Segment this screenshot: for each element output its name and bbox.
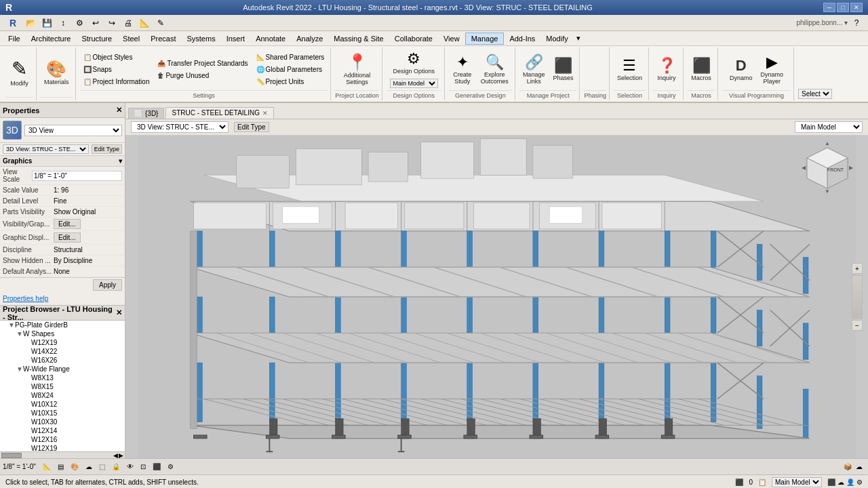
create-study-btn[interactable]: ✦ CreateStudy — [449, 52, 476, 87]
open-button[interactable]: 📂 — [23, 16, 38, 30]
tree-item[interactable]: W12X16 — [0, 435, 125, 444]
menu-massing[interactable]: Massing & Site — [328, 33, 389, 44]
zoom-slider[interactable] — [852, 275, 863, 319]
zoom-controls[interactable]: + − — [852, 263, 863, 331]
browser-nav-buttons[interactable]: ◀ ▶ — [113, 452, 123, 459]
tree-item[interactable]: W10X30 — [0, 418, 125, 426]
dynamo-btn[interactable]: D Dynamo — [726, 56, 756, 84]
menu-manage[interactable]: Manage — [465, 33, 505, 45]
tree-item[interactable]: W10X15 — [0, 409, 125, 418]
save-button[interactable]: 💾 — [39, 16, 54, 30]
annotate-button[interactable]: ✎ — [153, 16, 168, 30]
select-dropdown[interactable]: Select — [798, 89, 832, 99]
view-name-select[interactable]: 3D View: STRUC - STE... — [131, 121, 229, 133]
detail-level-btn[interactable]: ▤ — [55, 462, 66, 472]
tree-item[interactable]: W12X19 — [0, 338, 125, 347]
visibility-graphics-btn[interactable]: Edit... — [54, 219, 81, 229]
tab-3d[interactable]: ⬜ {3D} — [128, 108, 164, 119]
undo-button[interactable]: ↩ — [88, 16, 103, 30]
tree-item[interactable]: W8X15 — [0, 382, 125, 391]
object-styles-btn[interactable]: 📋 Object Styles — [80, 52, 153, 63]
tree-item[interactable]: ▼W Shapes — [0, 329, 125, 338]
zoom-in-btn[interactable]: + — [852, 263, 863, 274]
view-scale-btn[interactable]: 📐 — [40, 462, 54, 472]
project-info-btn[interactable]: 📋 Project Information — [80, 76, 153, 87]
help-button[interactable]: ? — [849, 16, 864, 30]
inquiry-btn[interactable]: ❓ Inquiry — [653, 56, 680, 84]
edit-type-button[interactable]: Edit Type — [92, 144, 122, 154]
design-options-btn[interactable]: ⚙ Design Options — [390, 49, 439, 77]
design-options-status-btn[interactable]: ⚙ — [165, 462, 176, 472]
window-controls[interactable]: ─ □ ✕ — [823, 3, 863, 12]
reveal-hidden-btn[interactable]: ⊡ — [138, 462, 149, 472]
show-crop-btn[interactable]: ⬚ — [96, 462, 108, 472]
tree-item[interactable]: W14X22 — [0, 347, 125, 356]
snaps-btn[interactable]: 🔲 Snaps — [80, 64, 153, 75]
shadows-btn[interactable]: ☁ — [83, 462, 95, 472]
tree-item[interactable]: W12X19 — [0, 444, 125, 451]
menu-insert[interactable]: Insert — [221, 33, 251, 44]
manage-links-btn[interactable]: 🔗 ManageLinks — [519, 52, 549, 87]
render-btn[interactable]: 🎨 — [68, 462, 81, 472]
tree-item[interactable]: W16X26 — [0, 356, 125, 365]
global-params-btn[interactable]: 🌐 Global Parameters — [253, 64, 328, 75]
main-model-status-dropdown[interactable]: Main Model — [772, 477, 822, 487]
menu-precast[interactable]: Precast — [145, 33, 181, 44]
dynamo-player-btn[interactable]: ▶ DynamoPlayer — [757, 52, 787, 87]
browser-forward[interactable]: ▶ — [119, 452, 123, 459]
temporary-hide-btn[interactable]: 👁 — [124, 462, 136, 472]
sync-button[interactable]: ↕ — [56, 16, 71, 30]
menu-structure[interactable]: Structure — [76, 33, 117, 44]
panel-toggle[interactable]: ▾ — [576, 34, 580, 43]
edit-type-view-btn[interactable]: Edit Type — [234, 122, 269, 132]
graphic-display-btn[interactable]: Edit... — [54, 232, 81, 243]
tree-item[interactable]: W8X24 — [0, 391, 125, 400]
redo-button[interactable]: ↪ — [104, 16, 119, 30]
3d-canvas[interactable]: FRONT ▲ ▼ ◀ ▶ + − — [125, 136, 868, 458]
view-name-dropdown[interactable]: 3D View: STRUC - STE... — [3, 144, 89, 154]
tree-item[interactable]: W12X14 — [0, 426, 125, 435]
horizontal-scrollbar-thumb[interactable] — [1, 453, 22, 458]
menu-steel[interactable]: Steel — [117, 33, 145, 44]
project-units-btn[interactable]: 📏 Project Units — [253, 76, 328, 87]
tree-item[interactable]: W10X12 — [0, 400, 125, 409]
main-model-dropdown[interactable]: Main Model — [795, 121, 863, 133]
worksets-btn[interactable]: ⬛ — [150, 462, 163, 472]
browser-horizontal-scroll[interactable]: ◀ ▶ — [0, 451, 125, 458]
menu-modify[interactable]: Modify — [540, 33, 573, 44]
unlock-3d-btn[interactable]: 🔒 — [109, 462, 123, 472]
selection-btn[interactable]: ☰ Selection — [614, 56, 646, 84]
close-button[interactable]: ✕ — [850, 3, 863, 12]
additional-settings-btn[interactable]: 📍 AdditionalSettings — [340, 52, 374, 88]
transfer-standards-btn[interactable]: 📤 Transfer Project Standards — [154, 58, 251, 69]
tree-item[interactable]: ▼W-Wide Flange — [0, 365, 125, 373]
explore-outcomes-btn[interactable]: 🔍 ExploreOutcomes — [477, 52, 512, 87]
maximize-button[interactable]: □ — [837, 3, 849, 12]
graphics-collapse[interactable]: ▾ — [119, 157, 122, 165]
purge-btn[interactable]: 🗑 Purge Unused — [154, 70, 251, 81]
properties-help-link[interactable]: Properties help — [0, 292, 125, 305]
tree-item[interactable]: ▼PG-Plate GirderB — [0, 321, 125, 329]
menu-analyze[interactable]: Analyze — [291, 33, 328, 44]
print-button[interactable]: 🖨 — [121, 16, 136, 30]
browser-back[interactable]: ◀ — [113, 452, 118, 459]
menu-annotate[interactable]: Annotate — [250, 33, 291, 44]
materials-btn[interactable]: 🎨 Materials — [41, 58, 73, 88]
design-options-dropdown[interactable]: Main Model — [390, 79, 439, 88]
apply-button[interactable]: Apply — [93, 279, 122, 291]
minimize-button[interactable]: ─ — [823, 3, 835, 12]
tree-item[interactable]: W8X13 — [0, 373, 125, 382]
shared-params-btn[interactable]: 📐 Shared Parameters — [253, 52, 328, 63]
view-scale-input[interactable] — [32, 171, 122, 181]
app-menu-button[interactable]: R — [4, 16, 22, 30]
menu-systems[interactable]: Systems — [181, 33, 220, 44]
menu-view[interactable]: View — [438, 33, 465, 44]
view-cube[interactable]: FRONT ▲ ▼ ◀ ▶ — [800, 141, 854, 195]
menu-file[interactable]: File — [3, 33, 26, 44]
phases-btn[interactable]: ⬛ Phases — [549, 56, 576, 84]
browser-close-button[interactable]: ✕ — [116, 308, 122, 317]
tab-steel-detailing[interactable]: STRUC - STEEL DETAILING ✕ — [165, 107, 273, 119]
view-type-select[interactable]: 3D View — [24, 125, 122, 136]
macros-btn[interactable]: ⬛ Macros — [688, 56, 715, 84]
measure-button[interactable]: 📐 — [137, 16, 152, 30]
